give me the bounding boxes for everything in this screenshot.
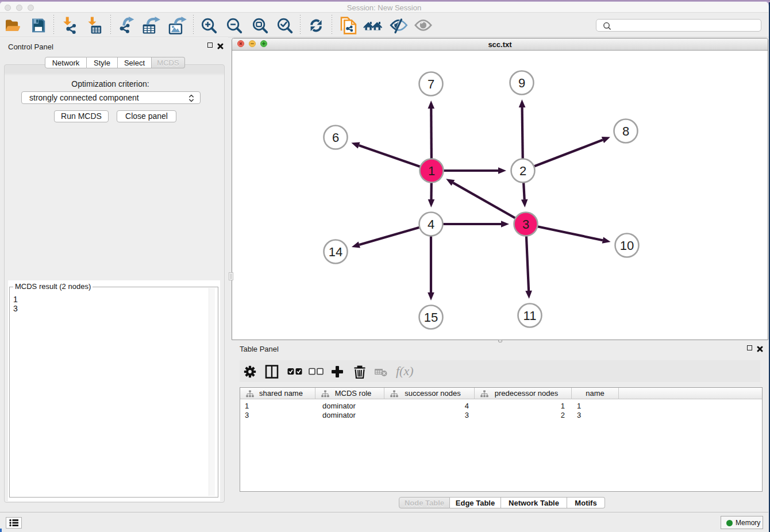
svg-text:11: 11 — [523, 309, 537, 323]
svg-text:1: 1 — [428, 164, 435, 178]
svg-text:2: 2 — [519, 164, 526, 178]
svg-text:6: 6 — [332, 130, 339, 145]
svg-text:4: 4 — [428, 217, 434, 232]
svg-text:3: 3 — [522, 217, 529, 232]
svg-text:14: 14 — [329, 245, 342, 259]
svg-text:10: 10 — [620, 238, 634, 253]
svg-text:15: 15 — [424, 310, 438, 325]
svg-text:8: 8 — [622, 124, 629, 138]
svg-text:9: 9 — [518, 76, 525, 90]
svg-text:7: 7 — [428, 77, 434, 91]
